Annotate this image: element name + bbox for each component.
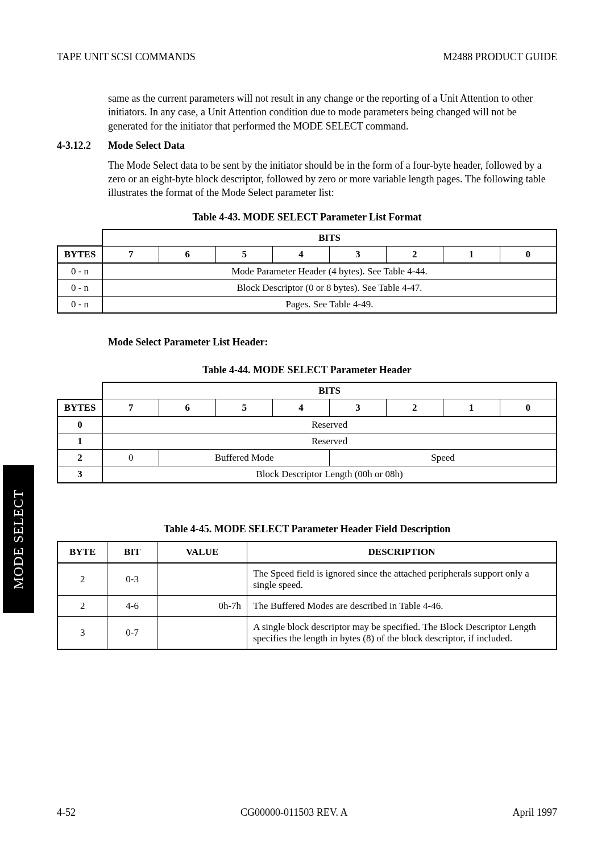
table-row-cell: Reserved bbox=[102, 416, 557, 433]
bit-col: 3 bbox=[329, 246, 386, 263]
side-tab-label: MODE SELECT bbox=[11, 489, 26, 589]
table-row-byte: 0 bbox=[57, 416, 102, 433]
bit-col: 1 bbox=[443, 246, 500, 263]
table-row-desc: The Buffered Modes are described in Tabl… bbox=[247, 595, 557, 616]
bytes-header: BYTES bbox=[57, 399, 102, 416]
table-row-cell: Mode Parameter Header (4 bytes). See Tab… bbox=[102, 263, 557, 280]
table-45-caption: Table 4-45. MODE SELECT Parameter Header… bbox=[57, 523, 557, 535]
section-paragraph: The Mode Select data to be sent by the i… bbox=[108, 158, 557, 200]
section-title: Mode Select Data bbox=[108, 140, 185, 152]
bits-header: BITS bbox=[102, 382, 557, 399]
table-44: BITS BYTES 7 6 5 4 3 2 1 0 0 Reserved 1 … bbox=[57, 382, 557, 483]
table-43-caption: Table 4-43. MODE SELECT Parameter List F… bbox=[57, 211, 557, 223]
footer-center: CG00000-011503 REV. A bbox=[240, 807, 348, 819]
table-44-caption: Table 4-44. MODE SELECT Parameter Header bbox=[57, 364, 557, 376]
col-desc: DESCRIPTION bbox=[247, 541, 557, 563]
table-row-cell: Block Descriptor (0 or 8 bytes). See Tab… bbox=[102, 280, 557, 297]
table-row-byte: 0 - n bbox=[57, 263, 102, 280]
header-left: TAPE UNIT SCSI COMMANDS bbox=[57, 51, 196, 63]
bytes-header: BYTES bbox=[57, 246, 102, 263]
table-row-bit: 0-7 bbox=[107, 616, 157, 649]
bit-col: 5 bbox=[216, 399, 273, 416]
footer-left: 4-52 bbox=[57, 807, 76, 819]
table-row-cell: Reserved bbox=[102, 433, 557, 449]
bit-col: 7 bbox=[102, 246, 159, 263]
col-value: VALUE bbox=[157, 541, 247, 563]
table-row-desc: A single block descriptor may be specifi… bbox=[247, 616, 557, 649]
table-row-byte: 3 bbox=[57, 616, 107, 649]
bit-col: 6 bbox=[159, 246, 216, 263]
table-row-cell: Pages. See Table 4-49. bbox=[102, 297, 557, 314]
col-byte: BYTE bbox=[57, 541, 107, 563]
cell-buffered-mode: Buffered Mode bbox=[159, 449, 330, 466]
table-45: BYTE BIT VALUE DESCRIPTION 2 0-3 The Spe… bbox=[57, 541, 557, 650]
header-right: M2488 PRODUCT GUIDE bbox=[443, 51, 557, 63]
table-row-bit: 0-3 bbox=[107, 563, 157, 596]
bit-col: 0 bbox=[500, 246, 557, 263]
bit-col: 2 bbox=[386, 246, 443, 263]
section-number: 4-3.12.2 bbox=[57, 140, 108, 152]
bit-col: 6 bbox=[159, 399, 216, 416]
cell-zero: 0 bbox=[102, 449, 159, 466]
table-43: BITS BYTES 7 6 5 4 3 2 1 0 0 - n Mode Pa… bbox=[57, 229, 557, 314]
table-row-byte: 0 - n bbox=[57, 297, 102, 314]
table-row-byte: 1 bbox=[57, 433, 102, 449]
table-row-desc: The Speed field is ignored since the att… bbox=[247, 563, 557, 596]
footer-right: April 1997 bbox=[513, 807, 558, 819]
table-row-value bbox=[157, 616, 247, 649]
bit-col: 1 bbox=[443, 399, 500, 416]
table-row-byte: 2 bbox=[57, 449, 102, 466]
table-row-byte: 2 bbox=[57, 595, 107, 616]
col-bit: BIT bbox=[107, 541, 157, 563]
subheader: Mode Select Parameter List Header bbox=[108, 336, 265, 348]
intro-paragraph: same as the current parameters will not … bbox=[108, 91, 557, 133]
table-row-cell: Block Descriptor Length (00h or 08h) bbox=[102, 466, 557, 483]
bit-col: 4 bbox=[273, 399, 330, 416]
bit-col: 4 bbox=[273, 246, 330, 263]
table-row-byte: 0 - n bbox=[57, 280, 102, 297]
table-row-value bbox=[157, 563, 247, 596]
bit-col: 5 bbox=[216, 246, 273, 263]
table-row-byte: 2 bbox=[57, 563, 107, 596]
table-row-value: 0h-7h bbox=[157, 595, 247, 616]
cell-speed: Speed bbox=[329, 449, 557, 466]
bit-col: 2 bbox=[386, 399, 443, 416]
bit-col: 3 bbox=[329, 399, 386, 416]
side-tab: MODE SELECT bbox=[3, 465, 34, 613]
bit-col: 0 bbox=[500, 399, 557, 416]
bits-header: BITS bbox=[102, 229, 557, 247]
table-row-byte: 3 bbox=[57, 466, 102, 483]
table-row-bit: 4-6 bbox=[107, 595, 157, 616]
bit-col: 7 bbox=[102, 399, 159, 416]
